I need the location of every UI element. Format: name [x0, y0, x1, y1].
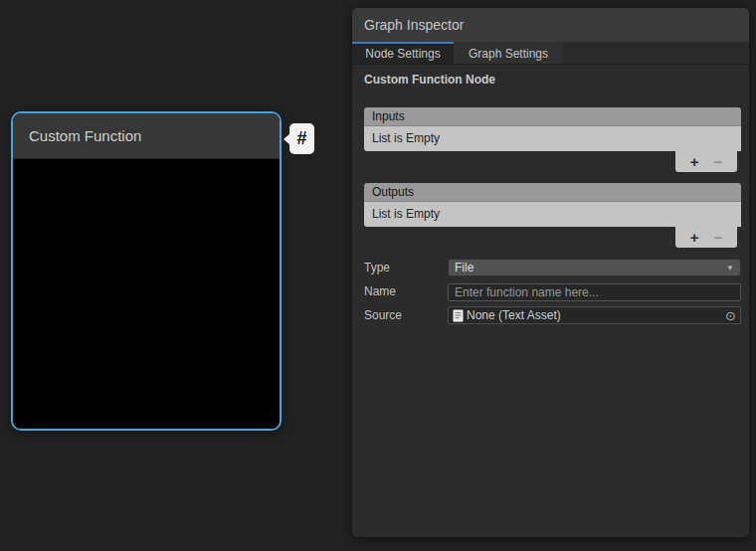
custom-function-node[interactable]: Custom Function	[11, 111, 282, 431]
node-title: Custom Function	[29, 127, 141, 144]
outputs-list-footer: + −	[675, 227, 737, 248]
type-row: Type File ▼	[364, 259, 741, 276]
name-label: Name	[364, 284, 448, 298]
object-picker-icon[interactable]: ⊙	[725, 309, 736, 322]
outputs-empty-text: List is Empty	[372, 207, 440, 221]
node-hash-badge[interactable]: #	[289, 123, 314, 154]
type-dropdown[interactable]: File ▼	[448, 259, 741, 276]
panel-header[interactable]: Graph Inspector	[352, 8, 749, 42]
node-header[interactable]: Custom Function	[13, 113, 280, 159]
inputs-list-footer-row: + −	[364, 151, 741, 172]
node-properties: Type File ▼ Name Source	[364, 259, 741, 324]
outputs-add-button[interactable]: +	[690, 230, 699, 245]
graph-inspector-panel: Graph Inspector Node Settings Graph Sett…	[352, 8, 749, 537]
source-object-value: None (Text Asset)	[467, 308, 561, 322]
source-object-field[interactable]: None (Text Asset) ⊙	[448, 306, 741, 324]
source-row: Source None (Text Asset) ⊙	[364, 306, 741, 324]
chevron-down-icon: ▼	[726, 264, 734, 273]
hash-icon: #	[296, 128, 306, 149]
inputs-list: Inputs List is Empty + −	[364, 107, 741, 172]
section-title: Custom Function Node	[364, 73, 741, 89]
inputs-empty-text: List is Empty	[372, 131, 440, 145]
inputs-add-button[interactable]: +	[690, 154, 699, 169]
inputs-list-header-label: Inputs	[372, 109, 405, 123]
node-preview-body	[13, 160, 280, 429]
inspector-content: Custom Function Node Inputs List is Empt…	[352, 65, 749, 324]
type-dropdown-value: File	[455, 261, 473, 275]
text-asset-icon	[453, 309, 464, 322]
outputs-remove-button[interactable]: −	[713, 230, 722, 245]
inputs-list-header[interactable]: Inputs	[364, 107, 741, 126]
outputs-list-footer-row: + −	[364, 227, 741, 248]
tab-node-settings[interactable]: Node Settings	[352, 42, 454, 64]
outputs-list-header-label: Outputs	[372, 185, 414, 199]
outputs-list-empty-row: List is Empty	[364, 202, 741, 227]
type-label: Type	[364, 261, 448, 275]
tab-node-settings-label: Node Settings	[365, 47, 440, 61]
tab-graph-settings-label: Graph Settings	[469, 47, 548, 61]
inspector-tabbar: Node Settings Graph Settings	[352, 42, 749, 65]
inputs-list-footer: + −	[675, 151, 737, 172]
name-row: Name	[364, 282, 741, 300]
badge-tail	[284, 133, 290, 145]
outputs-list: Outputs List is Empty + −	[364, 183, 741, 248]
inputs-remove-button[interactable]: −	[713, 154, 722, 169]
panel-title: Graph Inspector	[364, 17, 464, 33]
source-label: Source	[364, 308, 448, 322]
tab-graph-settings[interactable]: Graph Settings	[454, 42, 563, 64]
function-name-input[interactable]	[448, 283, 741, 301]
outputs-list-header[interactable]: Outputs	[364, 183, 741, 202]
inputs-list-empty-row: List is Empty	[364, 126, 741, 151]
